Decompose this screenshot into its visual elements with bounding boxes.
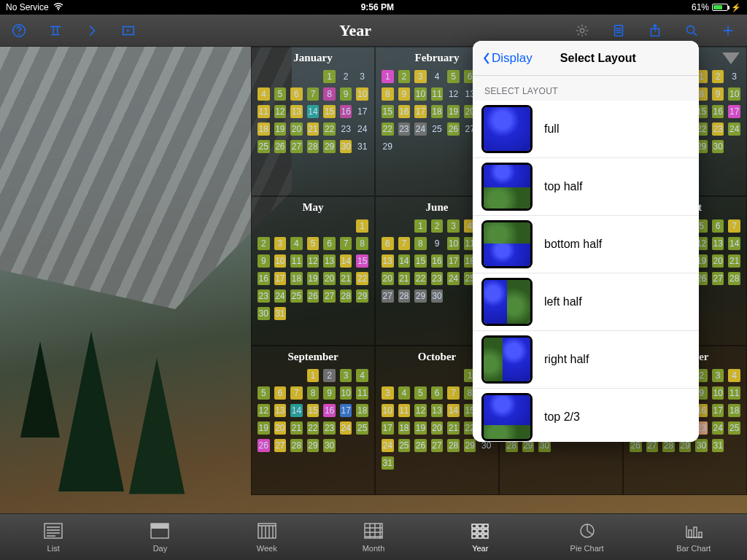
day-cell[interactable]: 6 [430, 385, 445, 401]
day-cell[interactable]: 1 [306, 368, 321, 384]
day-cell[interactable]: 25 [256, 139, 271, 155]
day-cell[interactable]: 2 [430, 218, 445, 234]
day-cell[interactable]: 24 [273, 288, 288, 304]
day-cell[interactable]: 21 [446, 420, 461, 436]
day-cell[interactable]: 4 [289, 236, 304, 252]
day-cell[interactable]: 12 [273, 104, 288, 120]
tab-barchart[interactable]: Bar Chart [640, 514, 747, 560]
day-cell[interactable]: 17 [711, 402, 726, 419]
month-september[interactable]: September1234567891011121314151617181920… [251, 346, 375, 495]
goto-icon[interactable] [120, 22, 137, 39]
day-cell[interactable]: 19 [256, 420, 271, 436]
day-cell[interactable]: 16 [256, 271, 271, 287]
day-cell[interactable]: 6 [289, 86, 304, 102]
day-cell[interactable]: 29 [306, 438, 321, 454]
day-cell[interactable]: 13 [380, 253, 395, 269]
day-cell[interactable]: 9 [397, 86, 412, 102]
day-cell[interactable]: 10 [711, 385, 726, 401]
day-cell[interactable]: 3 [273, 236, 288, 252]
day-cell[interactable]: 5 [273, 86, 288, 102]
day-cell[interactable]: 6 [711, 218, 726, 234]
day-cell[interactable]: 28 [727, 271, 742, 287]
day-cell[interactable]: 7 [727, 218, 742, 234]
day-cell[interactable]: 8 [380, 86, 395, 102]
day-cell[interactable]: 30 [256, 306, 271, 322]
day-cell[interactable]: 31 [355, 139, 370, 155]
share-icon[interactable] [646, 22, 664, 39]
day-cell[interactable]: 12 [256, 402, 271, 419]
day-cell[interactable]: 30 [711, 139, 726, 155]
layout-option-tophalf[interactable]: top half [473, 158, 699, 216]
dropdown-indicator-icon[interactable] [722, 52, 740, 64]
day-cell[interactable]: 31 [711, 438, 726, 454]
day-cell[interactable]: 2 [322, 368, 337, 384]
day-cell[interactable]: 10 [380, 402, 395, 419]
month-january[interactable]: January123456789101112131415161718192021… [251, 47, 375, 196]
day-cell[interactable]: 8 [355, 236, 370, 252]
layout-option-righthalf[interactable]: right half [473, 331, 699, 389]
day-cell[interactable]: 31 [273, 306, 288, 322]
day-cell[interactable]: 9 [711, 86, 726, 102]
day-cell[interactable]: 20 [430, 420, 445, 436]
day-cell[interactable]: 17 [727, 104, 742, 120]
day-cell[interactable]: 12 [306, 253, 321, 269]
day-cell[interactable]: 28 [446, 438, 461, 454]
day-cell[interactable]: 11 [430, 86, 445, 102]
day-cell[interactable]: 4 [727, 368, 742, 384]
day-cell[interactable]: 30 [430, 288, 445, 304]
day-cell[interactable]: 18 [289, 271, 304, 287]
day-cell[interactable]: 20 [380, 271, 395, 287]
day-cell[interactable]: 24 [380, 438, 395, 454]
day-cell[interactable]: 30 [322, 438, 337, 454]
day-cell[interactable]: 15 [355, 253, 370, 269]
day-cell[interactable]: 3 [413, 69, 428, 85]
day-cell[interactable]: 14 [446, 402, 461, 419]
day-cell[interactable]: 4 [397, 385, 412, 401]
day-cell[interactable]: 27 [322, 288, 337, 304]
day-cell[interactable]: 21 [338, 271, 354, 287]
day-cell[interactable]: 18 [256, 121, 271, 137]
day-cell[interactable]: 24 [413, 121, 428, 137]
day-cell[interactable]: 17 [380, 420, 395, 436]
layout-option-top23[interactable]: top 2/3 [473, 389, 699, 442]
day-cell[interactable]: 22 [380, 121, 395, 137]
day-cell[interactable]: 10 [413, 86, 428, 102]
day-cell[interactable]: 12 [446, 86, 461, 102]
day-cell[interactable]: 23 [338, 121, 354, 137]
day-cell[interactable]: 27 [711, 271, 726, 287]
day-cell[interactable]: 10 [355, 86, 370, 102]
layout-option-full[interactable]: full [473, 101, 699, 158]
day-cell[interactable]: 13 [289, 104, 304, 120]
day-cell[interactable]: 2 [338, 69, 354, 85]
day-cell[interactable]: 25 [355, 420, 370, 436]
calculator-icon[interactable] [610, 22, 627, 39]
day-cell[interactable]: 29 [462, 438, 478, 454]
day-cell[interactable]: 20 [289, 121, 304, 137]
day-cell[interactable]: 21 [289, 420, 304, 436]
day-cell[interactable]: 26 [413, 438, 428, 454]
day-cell[interactable]: 16 [711, 104, 726, 120]
day-cell[interactable]: 18 [727, 402, 742, 419]
day-cell[interactable]: 10 [338, 385, 354, 401]
day-cell[interactable]: 30 [694, 438, 709, 454]
day-cell[interactable]: 15 [413, 253, 428, 269]
day-cell[interactable]: 28 [306, 139, 321, 155]
day-cell[interactable]: 23 [430, 271, 445, 287]
day-cell[interactable]: 18 [430, 104, 445, 120]
day-cell[interactable]: 9 [338, 86, 354, 102]
day-cell[interactable]: 28 [289, 438, 304, 454]
day-cell[interactable]: 10 [273, 253, 288, 269]
day-cell[interactable]: 19 [306, 271, 321, 287]
day-cell[interactable]: 3 [711, 368, 726, 384]
day-cell[interactable]: 21 [306, 121, 321, 137]
day-cell[interactable]: 4 [256, 86, 271, 102]
day-cell[interactable]: 10 [727, 86, 742, 102]
day-cell[interactable]: 6 [322, 236, 337, 252]
day-cell[interactable]: 5 [446, 69, 461, 85]
tab-day[interactable]: Day [107, 514, 213, 560]
day-cell[interactable]: 7 [446, 385, 461, 401]
day-cell[interactable]: 2 [711, 69, 726, 85]
day-cell[interactable]: 3 [355, 69, 370, 85]
day-cell[interactable]: 11 [256, 104, 271, 120]
day-cell[interactable]: 20 [711, 253, 726, 269]
